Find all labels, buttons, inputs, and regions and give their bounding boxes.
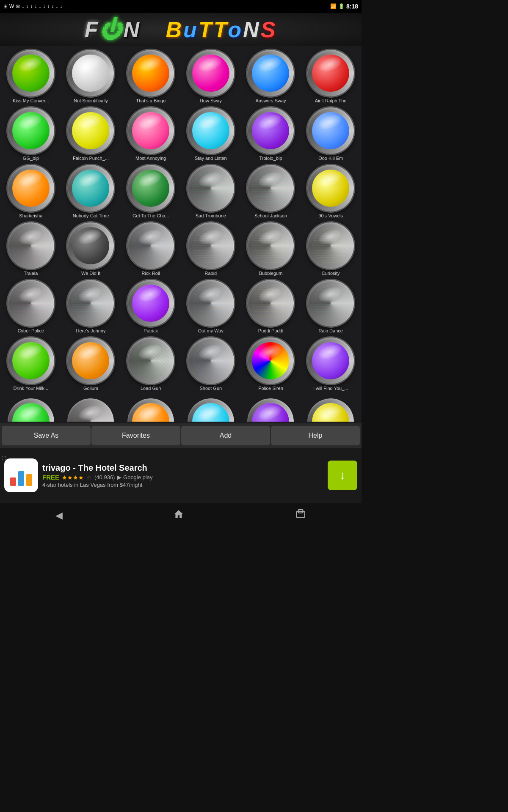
button-circle — [67, 222, 114, 269]
sound-button-31[interactable]: Gollum — [61, 335, 121, 392]
sound-button-10[interactable]: Trololo_bip — [241, 105, 301, 162]
button-inner — [12, 227, 50, 264]
sound-button-13[interactable]: Nobody Got Time — [61, 162, 121, 220]
sound-button-3[interactable]: How Sway — [181, 47, 241, 105]
button-circle — [127, 337, 174, 384]
partial-button-0[interactable] — [1, 396, 61, 423]
button-circle — [307, 165, 354, 211]
button-circle — [188, 50, 234, 96]
button-inner — [72, 285, 109, 322]
sound-button-33[interactable]: Shoot Gun — [181, 335, 241, 392]
partial-button-color — [132, 403, 169, 422]
sound-button-18[interactable]: Tralala — [1, 220, 61, 277]
button-highlight — [137, 342, 163, 362]
button-highlight — [77, 227, 103, 247]
button-inner — [252, 227, 289, 264]
button-highlight — [317, 285, 343, 304]
home-button[interactable] — [173, 509, 184, 522]
partial-button-inner — [67, 398, 114, 422]
recents-button[interactable] — [295, 509, 306, 522]
save-as-button[interactable]: Save As — [2, 426, 91, 445]
button-highlight — [197, 55, 223, 74]
sound-button-26[interactable]: Patrick — [121, 277, 181, 335]
button-label: Load Gun — [141, 386, 161, 391]
title-tt: TT — [199, 17, 228, 42]
partial-button-5[interactable] — [301, 396, 361, 423]
button-inner — [192, 55, 229, 92]
sound-button-2[interactable]: That's a Bingo — [121, 47, 181, 105]
button-label: GG_bip — [23, 156, 39, 161]
button-label: Gollum — [83, 386, 98, 391]
sound-button-29[interactable]: Rain Dance — [301, 277, 361, 335]
sound-button-28[interactable]: Puddi Puddi — [241, 277, 301, 335]
ad-download-button[interactable]: ↓ — [328, 461, 357, 490]
button-circle — [307, 107, 354, 154]
sound-button-35[interactable]: I will Find You_... — [301, 335, 361, 392]
button-label: Rick Roll — [141, 271, 160, 276]
partial-circle — [8, 398, 54, 422]
add-button[interactable]: Add — [181, 426, 270, 445]
sound-button-0[interactable]: Kiss My Conver... — [1, 47, 61, 105]
sound-button-11[interactable]: Ooo Kill Em — [301, 105, 361, 162]
button-inner — [192, 285, 229, 322]
title-u-icon: ⏻ — [99, 17, 123, 42]
sound-button-6[interactable]: GG_bip — [1, 105, 61, 162]
sound-button-4[interactable]: Answers Sway — [241, 47, 301, 105]
button-circle — [8, 107, 54, 154]
button-circle — [247, 165, 294, 211]
favorites-button[interactable]: Favorites — [91, 426, 180, 445]
button-label: Ooo Kill Em — [318, 156, 343, 161]
sound-button-27[interactable]: Out my Way — [181, 277, 241, 335]
sound-button-8[interactable]: Most Annoying — [121, 105, 181, 162]
title-o: o — [228, 17, 243, 42]
button-highlight — [17, 285, 43, 304]
title-n2: N — [243, 17, 261, 42]
sound-button-9[interactable]: Stay and Listen — [181, 105, 241, 162]
sound-button-32[interactable]: Load Gun — [121, 335, 181, 392]
button-inner — [12, 55, 50, 92]
partial-button-1[interactable] — [61, 396, 121, 423]
sound-button-20[interactable]: Rick Roll — [121, 220, 181, 277]
sound-button-12[interactable]: Sharkeisha — [1, 162, 61, 220]
w-icon: W — [9, 3, 14, 9]
sound-button-14[interactable]: Get To The Cho... — [121, 162, 181, 220]
dl4: ↓ — [34, 3, 37, 9]
dl2: ↓ — [26, 3, 28, 9]
help-button[interactable]: Help — [271, 426, 360, 445]
sound-button-30[interactable]: Drink Your Milk... — [1, 335, 61, 392]
sound-button-7[interactable]: Falcoln Punch_... — [61, 105, 121, 162]
sound-button-15[interactable]: Sad Trombone — [181, 162, 241, 220]
button-highlight — [77, 55, 103, 74]
sound-button-21[interactable]: Rabid — [181, 220, 241, 277]
status-bar: ⊞ W ✉ ↓ ↓ ↓ ↓ ↓ ↓ ↓ ↓ ↓ ↓ 📶 🔋 8:18 — [0, 0, 362, 13]
button-label: We Did It — [81, 271, 100, 276]
back-button[interactable]: ◀ — [55, 510, 63, 521]
sound-button-22[interactable]: Bubblegum — [241, 220, 301, 277]
button-circle — [67, 50, 114, 96]
partial-button-2[interactable] — [121, 396, 181, 423]
sound-button-25[interactable]: Here's Johnny — [61, 277, 121, 335]
button-label: Get To The Cho... — [133, 213, 169, 218]
sound-button-19[interactable]: We Did It — [61, 220, 121, 277]
sound-button-17[interactable]: 90's Vowels — [301, 162, 361, 220]
sound-button-23[interactable]: Curiosity — [301, 220, 361, 277]
partial-button-4[interactable] — [241, 396, 301, 423]
sound-button-1[interactable]: Not Scientifically — [61, 47, 121, 105]
sound-button-5[interactable]: Ain't Ralph Tho — [301, 47, 361, 105]
button-inner — [12, 170, 50, 207]
button-label: Ain't Ralph Tho — [315, 98, 347, 103]
sound-button-24[interactable]: Cyber Police — [1, 277, 61, 335]
partial-button-color — [12, 403, 50, 422]
title-n: N — [123, 17, 141, 42]
button-highlight — [257, 112, 283, 132]
sound-button-34[interactable]: Police Siren — [241, 335, 301, 392]
button-inner — [72, 227, 109, 264]
button-inner — [72, 112, 109, 149]
sound-button-16[interactable]: School Jackson — [241, 162, 301, 220]
partial-button-highlight — [257, 403, 283, 422]
partial-button-3[interactable] — [181, 396, 241, 423]
button-inner — [312, 227, 349, 264]
ad-banner[interactable]: ⓘ trivago - The Hotel Search FREE ★★★★☆ … — [0, 448, 362, 503]
button-circle — [307, 337, 354, 384]
partial-button-highlight — [137, 403, 163, 422]
